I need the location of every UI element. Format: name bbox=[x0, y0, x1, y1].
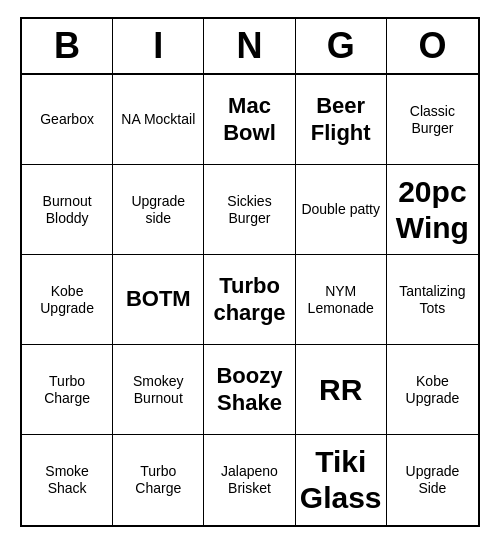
bingo-cell-0: Gearbox bbox=[22, 75, 113, 165]
bingo-header: BINGO bbox=[22, 19, 478, 75]
bingo-cell-5: Burnout Bloddy bbox=[22, 165, 113, 255]
bingo-card: BINGO GearboxNA MocktailMac BowlBeer Fli… bbox=[20, 17, 480, 527]
bingo-cell-12: Turbo charge bbox=[204, 255, 295, 345]
bingo-cell-14: Tantalizing Tots bbox=[387, 255, 478, 345]
bingo-header-letter-i: I bbox=[113, 19, 204, 73]
bingo-cell-11: BOTM bbox=[113, 255, 204, 345]
bingo-cell-3: Beer Flight bbox=[296, 75, 387, 165]
bingo-cell-8: Double patty bbox=[296, 165, 387, 255]
bingo-cell-6: Upgrade side bbox=[113, 165, 204, 255]
bingo-cell-23: Tiki Glass bbox=[296, 435, 387, 525]
bingo-cell-20: Smoke Shack bbox=[22, 435, 113, 525]
bingo-cell-1: NA Mocktail bbox=[113, 75, 204, 165]
bingo-cell-7: Sickies Burger bbox=[204, 165, 295, 255]
bingo-cell-4: Classic Burger bbox=[387, 75, 478, 165]
bingo-header-letter-n: N bbox=[204, 19, 295, 73]
bingo-cell-18: RR bbox=[296, 345, 387, 435]
bingo-header-letter-o: O bbox=[387, 19, 478, 73]
bingo-header-letter-g: G bbox=[296, 19, 387, 73]
bingo-cell-17: Boozy Shake bbox=[204, 345, 295, 435]
bingo-cell-10: Kobe Upgrade bbox=[22, 255, 113, 345]
bingo-cell-19: Kobe Upgrade bbox=[387, 345, 478, 435]
bingo-cell-24: Upgrade Side bbox=[387, 435, 478, 525]
bingo-cell-16: Smokey Burnout bbox=[113, 345, 204, 435]
bingo-header-letter-b: B bbox=[22, 19, 113, 73]
bingo-cell-22: Jalapeno Brisket bbox=[204, 435, 295, 525]
bingo-cell-2: Mac Bowl bbox=[204, 75, 295, 165]
bingo-cell-13: NYM Lemonade bbox=[296, 255, 387, 345]
bingo-grid: GearboxNA MocktailMac BowlBeer FlightCla… bbox=[22, 75, 478, 525]
bingo-cell-9: 20pc Wing bbox=[387, 165, 478, 255]
bingo-cell-15: Turbo Charge bbox=[22, 345, 113, 435]
bingo-cell-21: Turbo Charge bbox=[113, 435, 204, 525]
